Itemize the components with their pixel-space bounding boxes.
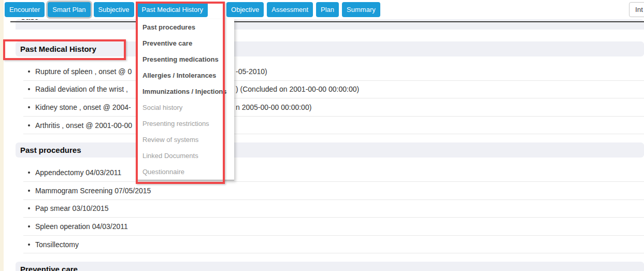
item-text-after-menu: -05-2010) <box>236 63 267 80</box>
section-header: Past procedures <box>16 142 644 158</box>
menu-item-presenting-medications[interactable]: Presenting medications <box>136 51 234 67</box>
section-header: Past Medical History <box>16 41 644 56</box>
item-text: Tonsillectomy <box>35 240 79 249</box>
record-section-past-medical-history: Past Medical History Rupture of spleen ,… <box>0 41 644 134</box>
nav-button-objective[interactable]: Objective <box>226 2 264 17</box>
item-text: Appendectomy 04/03/2011 <box>35 168 121 177</box>
record-section-past-procedures: Past procedures Appendectomy 04/03/2011 … <box>0 142 644 253</box>
overflow-nav-button-clipped[interactable]: Int <box>629 2 644 17</box>
nav-button-subjective[interactable]: Subjective <box>94 2 134 17</box>
nav-button-smart-plan[interactable]: Smart Plan <box>48 2 90 17</box>
menu-item-social-history[interactable]: Social history <box>136 99 234 116</box>
nav-button-summary[interactable]: Summary <box>342 2 380 17</box>
list-item: Rupture of spleen , onset @ 0 -05-2010) <box>23 63 644 81</box>
list-item: Radial deviation of the wrist , ) (Concl… <box>23 81 644 99</box>
menu-item-allergies-intolerances[interactable]: Allergies / Intolerances <box>136 67 234 83</box>
section-header-case-clipped: Case <box>16 19 644 30</box>
item-text: Mammogram Screening 07/05/2015 <box>35 187 151 195</box>
ehr-encounter-window: Case Past Medical History Rupture of spl… <box>0 0 644 271</box>
menu-item-past-procedures[interactable]: Past procedures <box>136 19 234 35</box>
section-header: Preventive care <box>16 262 644 271</box>
item-text: Radial deviation of the wrist , <box>35 85 128 93</box>
list-item: Kidney stone , onset @ 2004- n 2005-00-0… <box>23 98 644 117</box>
record-section-preventive-care: Preventive care <box>0 262 644 271</box>
item-text: Rupture of spleen , onset @ 0 <box>35 67 132 76</box>
list-item: Appendectomy 04/03/2011 <box>23 164 644 182</box>
toolbar-divider <box>10 21 644 22</box>
item-text: Spleen operation 04/03/2011 <box>35 222 128 231</box>
list-item: Arthritis , onset @ 2001-00-00 <box>23 117 644 135</box>
toolbar: EncounterSmart PlanSubjectivePast Medica… <box>4 0 644 19</box>
past-medical-history-dropdown-menu: Past proceduresPreventive carePresenting… <box>136 19 234 180</box>
list-item: Pap smear 03/10/2015 <box>23 200 644 218</box>
menu-item-review-of-systems[interactable]: Review of systems <box>136 132 234 148</box>
item-text-after-menu: ) (Concluded on 2001-00-00 00:00:00) <box>236 81 359 98</box>
nav-button-past-medical-history[interactable]: Past Medical History <box>137 2 208 17</box>
page-left-margin <box>0 0 4 271</box>
item-text: Pap smear 03/10/2015 <box>35 204 109 212</box>
record-content-area: Past Medical History Rupture of spleen ,… <box>0 30 644 271</box>
toolbar-buttons: EncounterSmart PlanSubjectivePast Medica… <box>5 2 380 17</box>
item-text-after-menu: n 2005-00-00 00:00:00) <box>236 98 311 116</box>
section-title-past-medical-history: Past Medical History <box>16 45 96 53</box>
menu-item-presenting-restrictions[interactable]: Presenting restrictions <box>136 116 234 132</box>
list-item: Spleen operation 04/03/2011 <box>23 218 644 236</box>
menu-item-preventive-care[interactable]: Preventive care <box>136 35 234 51</box>
section-title-past-procedures: Past procedures <box>16 146 81 154</box>
list-item: Tonsillectomy <box>23 236 644 254</box>
section-title-preventive-care: Preventive care <box>16 265 78 271</box>
section-list: Rupture of spleen , onset @ 0 -05-2010) … <box>23 63 644 134</box>
nav-button-plan[interactable]: Plan <box>316 2 339 17</box>
item-text: Arthritis , onset @ 2001-00-00 <box>35 121 132 130</box>
menu-item-immunizations-injections[interactable]: Immunizations / Injections <box>136 83 234 99</box>
menu-item-questionnaire[interactable]: Questionnaire <box>136 164 234 180</box>
menu-item-linked-documents[interactable]: Linked Documents <box>136 148 234 164</box>
section-list: Appendectomy 04/03/2011 Mammogram Screen… <box>23 164 644 253</box>
nav-button-assessment[interactable]: Assessment <box>267 2 313 17</box>
nav-button-encounter[interactable]: Encounter <box>5 2 45 17</box>
list-item: Mammogram Screening 07/05/2015 <box>23 182 644 200</box>
item-text: Kidney stone , onset @ 2004- <box>35 103 131 111</box>
